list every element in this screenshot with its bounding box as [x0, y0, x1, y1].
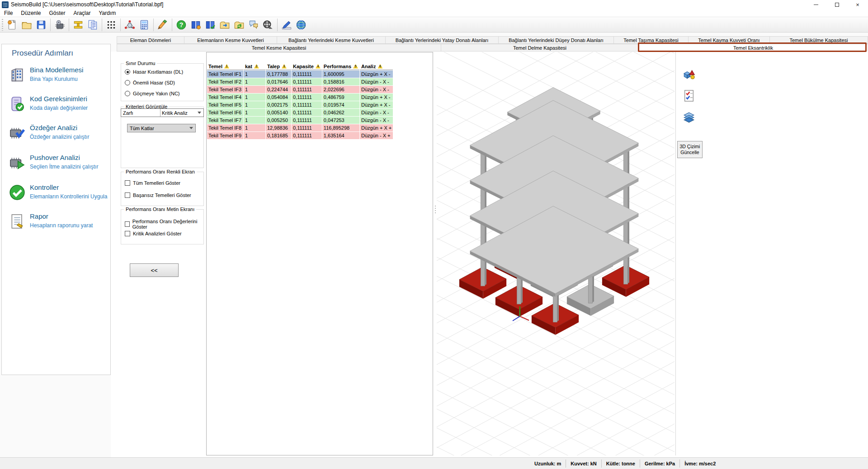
- toolbar-grip[interactable]: [2, 19, 3, 31]
- title-bar: SeismoBuild [C:\Users\seismosoft\Desktop…: [0, 0, 868, 9]
- column-header-Temel[interactable]: Temel1: [207, 63, 243, 70]
- close-button[interactable]: ×: [847, 0, 868, 9]
- foundation-results-table: Temel1kat2Talep3Kapasite4Performans5Anal…: [207, 62, 393, 140]
- table-row[interactable]: Tekil Temel IF510,0021750,1111110,019574…: [207, 101, 393, 108]
- minimize-button[interactable]: [806, 0, 826, 9]
- viewer-edge: [675, 52, 676, 455]
- checkbox-Tüm Temelleri Göster[interactable]: Tüm Temelleri Göster: [125, 180, 180, 186]
- seismosoft-web-button[interactable]: [294, 18, 308, 32]
- table-row[interactable]: Tekil Temel IF710,0052500,1111110,047253…: [207, 117, 393, 124]
- column-header-Analiz[interactable]: Analiz6: [360, 63, 393, 70]
- column-header-Talep[interactable]: Talep3: [266, 63, 291, 70]
- tab-8[interactable]: Temel Bükülme Kapasitesi: [770, 36, 868, 44]
- table-row[interactable]: Tekil Temel IF110,1777880,1111111,600095…: [207, 70, 393, 78]
- processor-settings-button[interactable]: [52, 18, 67, 32]
- calculator-button[interactable]: [137, 18, 151, 32]
- floors-combo[interactable]: Tüm Katlar: [127, 124, 196, 132]
- radio-Önemli Hasar (SD)[interactable]: Önemli Hasar (SD): [125, 80, 175, 85]
- 3d-model-view[interactable]: [437, 52, 675, 455]
- processor-settings-icon: [54, 19, 66, 31]
- table-row[interactable]: Tekil Temel IF8112,988360,111111116,8952…: [207, 124, 393, 131]
- tab-7[interactable]: Temel Kayma Kuvveti Oranı: [689, 36, 770, 44]
- tutorial-book-button[interactable]: [189, 18, 203, 32]
- tab-temel-kesme-kapasitesi[interactable]: Temel Kesme Kapasitesi: [117, 44, 441, 52]
- new-project-button[interactable]: [5, 18, 19, 32]
- sidebar-item-report-page[interactable]: RaporHesapların raporunu yarat: [6, 211, 108, 237]
- status-unit: Uzunluk: m: [530, 461, 566, 466]
- table-row[interactable]: Tekil Temel IF210,0176460,1111110,158816…: [207, 78, 393, 85]
- performance-checks-button[interactable]: [680, 87, 698, 105]
- envelope-value[interactable]: Kritik Analiz: [160, 110, 203, 116]
- report-template-button[interactable]: [85, 18, 100, 32]
- open-project-button[interactable]: [19, 18, 34, 32]
- sidebar-item-check-circle[interactable]: KontrollerElemanların Kontrollerini Uygu…: [6, 183, 108, 208]
- sidebar-item-chip-check[interactable]: Özdeğer AnaliziÖzdeğer analizini çalıştı…: [6, 123, 108, 148]
- deformed-shape-button[interactable]: [680, 65, 698, 83]
- menu-file[interactable]: File: [0, 9, 17, 17]
- tab-temel-delme-kapasitesi[interactable]: Temel Delme Kapasitesi: [441, 44, 639, 52]
- save-project-button[interactable]: [34, 18, 48, 32]
- layers-button[interactable]: [680, 108, 698, 127]
- tab-4[interactable]: Bağlantı Yerlerindeki Yatay Donatı Alanl…: [386, 36, 499, 44]
- tab-2[interactable]: Elemanların Kesme Kuvvetleri: [184, 36, 277, 44]
- table-row[interactable]: Tekil Temel IF310,2247440,1111112,022696…: [207, 86, 393, 93]
- sidebar-item-building[interactable]: Bina ModellemesiBina Yapı Kurulumu: [6, 65, 108, 90]
- envelope-combo[interactable]: Zarfı Kritik Analiz: [121, 108, 204, 117]
- discussion-forum-button[interactable]: [246, 18, 261, 32]
- tab-6[interactable]: Temel Taşıma Kapasitesi: [614, 36, 689, 44]
- tab-5[interactable]: Bağlantı Yerlerindeki Düşey Donatı Alanl…: [499, 36, 614, 44]
- tab-temel-eksantriklik[interactable]: Temel Eksantriklik: [639, 44, 868, 52]
- sidebar-item-scroll-check[interactable]: Kod GereksinimleriKoda dayalı değişkenle…: [6, 94, 108, 119]
- step-subtitle: Bina Yapı Kurulumu: [30, 76, 78, 82]
- collapse-panel-button[interactable]: <<: [130, 263, 179, 277]
- rebar-pattern-button[interactable]: [104, 18, 118, 32]
- verification-book-button[interactable]: [203, 18, 217, 32]
- step-title: Özdeğer Analizi: [30, 124, 77, 131]
- folder-sync-button[interactable]: [232, 18, 246, 32]
- table-row[interactable]: Tekil Temel IF410,0540840,1111110,486759…: [207, 94, 393, 101]
- toolbar: ?: [0, 17, 868, 33]
- sort-badge-icon: 1: [224, 64, 229, 69]
- step-title: Pushover Analizi: [30, 154, 80, 161]
- tab-1[interactable]: Eleman Dönmeleri: [117, 36, 184, 44]
- column-header-kat[interactable]: kat2: [244, 63, 265, 70]
- report-page-icon: [8, 212, 26, 230]
- column-header-Performans[interactable]: Performans5: [322, 63, 359, 70]
- step-subtitle: Hesapların raporunu yarat: [30, 222, 93, 229]
- section-view-button[interactable]: [71, 18, 85, 32]
- sort-badge-icon: 3: [282, 64, 287, 69]
- paint-brush-button[interactable]: [156, 18, 170, 32]
- pen-edit-button[interactable]: [279, 18, 294, 32]
- maximize-button[interactable]: [826, 0, 847, 9]
- menu-araçlar[interactable]: Araçlar: [69, 9, 94, 17]
- tab-3[interactable]: Bağlantı Yerlerindeki Kesme Kuvvetleri: [277, 36, 386, 44]
- table-row[interactable]: Tekil Temel IF910,1816850,1111111,635164…: [207, 132, 393, 139]
- menu-düzenle[interactable]: Düzenle: [17, 9, 45, 17]
- procedure-steps-panel: Prosedür Adımları Bina ModellemesiBina Y…: [1, 44, 111, 375]
- help-button[interactable]: ?: [174, 18, 189, 32]
- discussion-forum-icon: [248, 19, 259, 31]
- column-header-Kapasite[interactable]: Kapasite4: [292, 63, 322, 70]
- checkbox-Kritik Analizleri Göster[interactable]: Kritik Analizleri Göster: [125, 231, 182, 236]
- radio-Göçmeye Yakın (NC)[interactable]: Göçmeye Yakın (NC): [125, 91, 180, 96]
- update-3d-plot-button[interactable]: 3D Çizimi Güncelle: [677, 141, 703, 158]
- menu-yardım[interactable]: Yardım: [94, 9, 120, 17]
- table-row[interactable]: Tekil Temel IF610,0051400,1111110,046262…: [207, 109, 393, 116]
- checkbox-Performans Oranı Değerlerini Göster[interactable]: Performans Oranı Değerlerini Göster: [125, 219, 203, 230]
- checkbox-Başarısız Temelleri Göster[interactable]: Başarısız Temelleri Göster: [125, 192, 191, 198]
- layers-icon: [682, 110, 696, 125]
- toolbar-divider: [277, 19, 278, 31]
- model-3d-button[interactable]: [123, 18, 137, 32]
- status-unit: Kütle: tonne: [602, 461, 640, 466]
- status-unit: Kuvvet: kN: [566, 461, 601, 466]
- radio-Hasar Kısıtlaması (DL)[interactable]: Hasar Kısıtlaması (DL): [125, 69, 183, 75]
- tutorial-book-icon: [190, 19, 202, 31]
- menu-göster[interactable]: Göster: [45, 9, 69, 17]
- table-splitter[interactable]: [434, 206, 436, 213]
- status-bar: Uzunluk: mKuvvet: kNKütle: tonneGerilme:…: [0, 457, 868, 469]
- video-tutorial-button[interactable]: [261, 18, 275, 32]
- sidebar-item-chip-play[interactable]: Pushover AnaliziSeçilen İtme analizini ç…: [6, 153, 108, 178]
- toolbar-divider: [153, 19, 154, 31]
- check-circle-icon: [8, 183, 26, 202]
- folder-input-button[interactable]: [217, 18, 232, 32]
